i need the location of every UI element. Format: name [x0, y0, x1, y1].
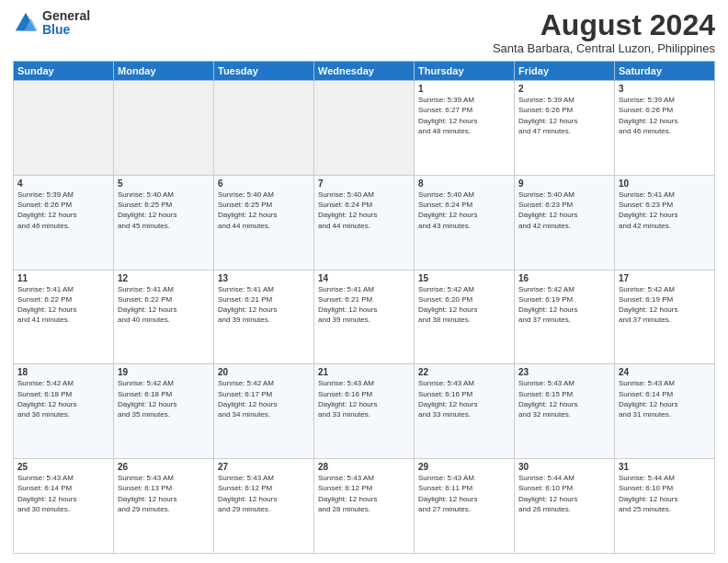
- day-info: Sunrise: 5:42 AM Sunset: 6:17 PM Dayligh…: [218, 378, 310, 419]
- day-number: 15: [418, 273, 510, 283]
- day-number: 24: [619, 367, 711, 377]
- day-number: 10: [619, 178, 711, 189]
- page: General Blue August 2024 Santa Barbara, …: [0, 0, 728, 563]
- day-cell: 21Sunrise: 5:43 AM Sunset: 6:16 PM Dayli…: [314, 364, 415, 459]
- day-number: 19: [118, 367, 210, 377]
- day-info: Sunrise: 5:41 AM Sunset: 6:22 PM Dayligh…: [17, 284, 109, 326]
- day-number: 13: [218, 273, 310, 283]
- header-row: SundayMondayTuesdayWednesdayThursdayFrid…: [14, 62, 715, 81]
- day-number: 31: [619, 462, 711, 472]
- day-info: Sunrise: 5:43 AM Sunset: 6:14 PM Dayligh…: [17, 473, 109, 514]
- day-info: Sunrise: 5:39 AM Sunset: 6:26 PM Dayligh…: [619, 95, 711, 136]
- day-cell: 11Sunrise: 5:41 AM Sunset: 6:22 PM Dayli…: [14, 270, 114, 364]
- day-info: Sunrise: 5:41 AM Sunset: 6:21 PM Dayligh…: [218, 284, 310, 326]
- day-cell: 14Sunrise: 5:41 AM Sunset: 6:21 PM Dayli…: [314, 270, 415, 364]
- day-info: Sunrise: 5:42 AM Sunset: 6:18 PM Dayligh…: [118, 378, 210, 419]
- day-info: Sunrise: 5:40 AM Sunset: 6:25 PM Dayligh…: [118, 190, 210, 231]
- day-cell: 27Sunrise: 5:43 AM Sunset: 6:12 PM Dayli…: [214, 459, 314, 554]
- day-number: 17: [619, 273, 711, 283]
- day-cell: [214, 81, 314, 176]
- col-header-saturday: Saturday: [615, 62, 715, 81]
- day-cell: 4Sunrise: 5:39 AM Sunset: 6:26 PM Daylig…: [14, 175, 114, 270]
- day-cell: 16Sunrise: 5:42 AM Sunset: 6:19 PM Dayli…: [515, 270, 615, 364]
- day-cell: 17Sunrise: 5:42 AM Sunset: 6:19 PM Dayli…: [615, 270, 715, 364]
- day-info: Sunrise: 5:40 AM Sunset: 6:23 PM Dayligh…: [518, 190, 610, 231]
- day-info: Sunrise: 5:43 AM Sunset: 6:15 PM Dayligh…: [518, 378, 610, 419]
- day-info: Sunrise: 5:42 AM Sunset: 6:18 PM Dayligh…: [17, 378, 109, 419]
- day-cell: 24Sunrise: 5:43 AM Sunset: 6:14 PM Dayli…: [615, 364, 715, 459]
- day-info: Sunrise: 5:40 AM Sunset: 6:24 PM Dayligh…: [418, 190, 510, 231]
- subtitle: Santa Barbara, Central Luzon, Philippine…: [493, 41, 715, 55]
- day-number: 9: [518, 178, 610, 189]
- day-number: 18: [17, 367, 109, 377]
- day-number: 14: [318, 273, 410, 283]
- day-number: 8: [418, 178, 510, 189]
- day-number: 27: [218, 462, 310, 472]
- day-info: Sunrise: 5:42 AM Sunset: 6:19 PM Dayligh…: [518, 284, 610, 326]
- day-number: 6: [218, 178, 310, 189]
- day-cell: 1Sunrise: 5:39 AM Sunset: 6:27 PM Daylig…: [415, 81, 515, 176]
- day-info: Sunrise: 5:39 AM Sunset: 6:27 PM Dayligh…: [418, 95, 510, 136]
- logo-general-text: General: [42, 9, 90, 23]
- col-header-monday: Monday: [114, 62, 214, 81]
- day-info: Sunrise: 5:44 AM Sunset: 6:10 PM Dayligh…: [619, 473, 711, 514]
- day-info: Sunrise: 5:42 AM Sunset: 6:20 PM Dayligh…: [418, 284, 510, 326]
- day-info: Sunrise: 5:43 AM Sunset: 6:14 PM Dayligh…: [619, 378, 711, 419]
- calendar-header: SundayMondayTuesdayWednesdayThursdayFrid…: [14, 62, 715, 81]
- day-number: 1: [418, 84, 510, 94]
- day-cell: 30Sunrise: 5:44 AM Sunset: 6:10 PM Dayli…: [515, 459, 615, 554]
- week-row-5: 25Sunrise: 5:43 AM Sunset: 6:14 PM Dayli…: [14, 459, 715, 554]
- day-info: Sunrise: 5:43 AM Sunset: 6:11 PM Dayligh…: [418, 473, 510, 514]
- day-info: Sunrise: 5:43 AM Sunset: 6:12 PM Dayligh…: [318, 473, 410, 514]
- day-cell: 5Sunrise: 5:40 AM Sunset: 6:25 PM Daylig…: [114, 175, 214, 270]
- day-cell: 8Sunrise: 5:40 AM Sunset: 6:24 PM Daylig…: [415, 175, 515, 270]
- day-cell: 3Sunrise: 5:39 AM Sunset: 6:26 PM Daylig…: [615, 81, 715, 176]
- day-info: Sunrise: 5:43 AM Sunset: 6:16 PM Dayligh…: [418, 378, 510, 419]
- day-info: Sunrise: 5:41 AM Sunset: 6:22 PM Dayligh…: [118, 284, 210, 326]
- day-info: Sunrise: 5:40 AM Sunset: 6:24 PM Dayligh…: [318, 190, 410, 231]
- day-number: 5: [118, 178, 210, 189]
- col-header-friday: Friday: [515, 62, 615, 81]
- logo-blue-text: Blue: [42, 23, 90, 37]
- day-info: Sunrise: 5:43 AM Sunset: 6:12 PM Dayligh…: [218, 473, 310, 514]
- day-cell: 19Sunrise: 5:42 AM Sunset: 6:18 PM Dayli…: [114, 364, 214, 459]
- logo-icon: [13, 10, 39, 36]
- day-number: 2: [518, 84, 610, 94]
- col-header-wednesday: Wednesday: [314, 62, 415, 81]
- col-header-tuesday: Tuesday: [214, 62, 314, 81]
- calendar-body: 1Sunrise: 5:39 AM Sunset: 6:27 PM Daylig…: [14, 81, 715, 554]
- week-row-1: 1Sunrise: 5:39 AM Sunset: 6:27 PM Daylig…: [14, 81, 715, 176]
- day-info: Sunrise: 5:39 AM Sunset: 6:26 PM Dayligh…: [17, 190, 109, 231]
- day-cell: 10Sunrise: 5:41 AM Sunset: 6:23 PM Dayli…: [615, 175, 715, 270]
- day-cell: 20Sunrise: 5:42 AM Sunset: 6:17 PM Dayli…: [214, 364, 314, 459]
- day-number: 28: [318, 462, 410, 472]
- logo: General Blue: [13, 9, 90, 38]
- day-cell: 26Sunrise: 5:43 AM Sunset: 6:13 PM Dayli…: [114, 459, 214, 554]
- day-info: Sunrise: 5:41 AM Sunset: 6:23 PM Dayligh…: [619, 190, 711, 231]
- day-number: 30: [518, 462, 610, 472]
- day-number: 22: [418, 367, 510, 377]
- month-title: August 2024: [493, 9, 715, 41]
- col-header-thursday: Thursday: [415, 62, 515, 81]
- day-cell: 29Sunrise: 5:43 AM Sunset: 6:11 PM Dayli…: [415, 459, 515, 554]
- day-cell: 28Sunrise: 5:43 AM Sunset: 6:12 PM Dayli…: [314, 459, 415, 554]
- day-number: 7: [318, 178, 410, 189]
- day-info: Sunrise: 5:43 AM Sunset: 6:16 PM Dayligh…: [318, 378, 410, 419]
- calendar-table: SundayMondayTuesdayWednesdayThursdayFrid…: [13, 61, 715, 554]
- day-cell: 6Sunrise: 5:40 AM Sunset: 6:25 PM Daylig…: [214, 175, 314, 270]
- day-cell: 31Sunrise: 5:44 AM Sunset: 6:10 PM Dayli…: [615, 459, 715, 554]
- day-cell: 13Sunrise: 5:41 AM Sunset: 6:21 PM Dayli…: [214, 270, 314, 364]
- day-info: Sunrise: 5:41 AM Sunset: 6:21 PM Dayligh…: [318, 284, 410, 326]
- day-cell: 9Sunrise: 5:40 AM Sunset: 6:23 PM Daylig…: [515, 175, 615, 270]
- day-cell: 15Sunrise: 5:42 AM Sunset: 6:20 PM Dayli…: [415, 270, 515, 364]
- day-cell: 18Sunrise: 5:42 AM Sunset: 6:18 PM Dayli…: [14, 364, 114, 459]
- day-number: 23: [518, 367, 610, 377]
- day-number: 25: [17, 462, 109, 472]
- day-cell: 22Sunrise: 5:43 AM Sunset: 6:16 PM Dayli…: [415, 364, 515, 459]
- day-cell: 2Sunrise: 5:39 AM Sunset: 6:26 PM Daylig…: [515, 81, 615, 176]
- day-cell: 7Sunrise: 5:40 AM Sunset: 6:24 PM Daylig…: [314, 175, 415, 270]
- week-row-3: 11Sunrise: 5:41 AM Sunset: 6:22 PM Dayli…: [14, 270, 715, 364]
- week-row-2: 4Sunrise: 5:39 AM Sunset: 6:26 PM Daylig…: [14, 175, 715, 270]
- day-info: Sunrise: 5:40 AM Sunset: 6:25 PM Dayligh…: [218, 190, 310, 231]
- day-info: Sunrise: 5:44 AM Sunset: 6:10 PM Dayligh…: [518, 473, 610, 514]
